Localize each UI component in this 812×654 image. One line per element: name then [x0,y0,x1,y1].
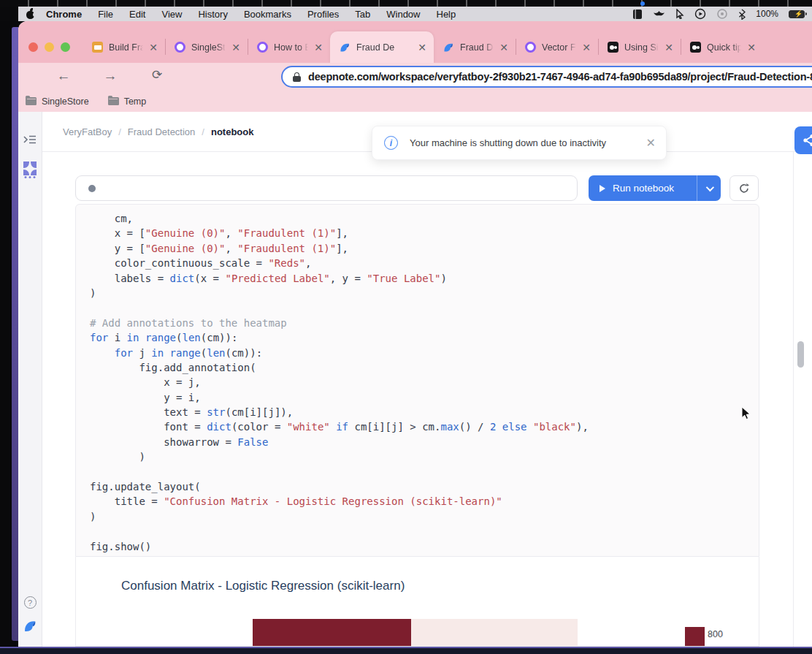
code-line: y = i, [90,390,759,405]
tab-close-icon[interactable]: ✕ [418,42,426,53]
browser-tab[interactable]: How to E✕ [248,31,330,63]
share-nodes-icon [802,133,812,148]
apple-menu-icon[interactable] [26,9,36,19]
run-options-caret[interactable] [697,186,721,191]
dimmed-status-icon[interactable] [716,8,728,20]
play-status-icon[interactable] [694,8,706,20]
help-icon[interactable]: ? [24,596,37,609]
browser-tab[interactable]: Fraud De✕ [330,31,434,63]
scrollbar-thumb[interactable] [797,341,804,368]
bookmark-label: SingleStore [42,96,89,107]
notebook-cell: Run notebook cm, x = ["Genuine (0)", "Fr… [75,175,759,647]
reload-button[interactable]: ⟳ [147,69,167,81]
collapse-sidebar-icon[interactable] [23,134,37,148]
play-icon [600,185,605,192]
tab-close-icon[interactable]: ✕ [149,42,158,53]
workspace-logo-icon[interactable] [21,160,39,182]
toast-message: Your machine is shutting down due to ina… [410,137,640,148]
bartender-bat-icon[interactable] [653,9,665,19]
menubar-item-edit[interactable]: Edit [129,9,145,20]
code-line: x = ["Genuine (0)", "Fraudulent (1)"], [90,226,759,240]
bluetooth-icon[interactable] [738,9,746,20]
browser-tab[interactable]: SingleSt✕ [166,31,248,63]
close-window-button[interactable] [28,42,38,52]
code-line: text = str(cm[i][j]), [90,405,759,419]
tab-label: Fraud De [460,42,494,53]
refresh-icon [738,183,750,194]
tab-close-icon[interactable]: ✕ [664,42,673,53]
run-notebook-button[interactable]: Run notebook [589,175,721,201]
menubar-item-file[interactable]: File [98,9,113,20]
code-line: fig.add_annotation( [90,360,759,375]
tab-label: SingleSt [191,42,226,53]
video-progress-strip [0,0,812,7]
menubar-item-profiles[interactable]: Profiles [307,9,339,20]
bookmark-item[interactable]: Temp [108,96,147,107]
tab-close-icon[interactable]: ✕ [747,42,756,53]
share-button[interactable] [794,126,812,154]
battery-icon[interactable]: ⚡ [789,10,805,18]
browser-tab[interactable]: Quick tip✕ [681,31,763,63]
ssl-lock-icon[interactable] [293,72,301,82]
code-line: ) [90,286,759,300]
breadcrumb-item[interactable]: VeryFatBoy [63,126,112,137]
code-line [90,300,759,315]
forward-button[interactable]: → [100,69,120,83]
cell-prompt-input[interactable] [75,175,578,201]
minimize-window-button[interactable] [45,42,54,52]
back-button[interactable]: ← [53,69,74,83]
code-line: x = j, [90,375,759,389]
menubar-status-area: 100% ⚡ [632,8,805,20]
zoom-window-button[interactable] [61,42,70,52]
code-editor[interactable]: cm, x = ["Genuine (0)", "Fraudulent (1)"… [75,204,759,557]
code-line: cm, [90,211,759,226]
reading-list-icon[interactable] [632,9,643,20]
menubar-item-window[interactable]: Window [386,9,420,20]
ring-purple-favicon [525,42,536,53]
deepnote-favicon [443,42,454,53]
browser-tab[interactable]: Fraud De✕ [434,31,516,63]
code-content: cm, x = ["Genuine (0)", "Fraudulent (1)"… [76,205,759,554]
bookmark-label: Temp [124,96,147,107]
refresh-button[interactable] [729,175,759,201]
browser-tab[interactable]: Build Fra✕ [83,31,165,63]
tab-label: Vector F [542,42,576,53]
tab-label: Build Fra [109,42,143,53]
breadcrumb-item[interactable]: Fraud Detection [128,126,196,137]
tab-strip: Build Fra✕SingleSt✕How to E✕Fraud De✕Fra… [18,21,812,63]
browser-tab[interactable]: Vector F✕ [516,31,598,63]
tab-close-icon[interactable]: ✕ [582,42,591,53]
bookmark-item[interactable]: SingleStore [26,96,89,107]
mouse-cursor [741,406,753,421]
menubar-item-bookmarks[interactable]: Bookmarks [244,9,291,20]
menubar-item-view[interactable]: View [161,9,182,20]
toast-close-icon[interactable]: ✕ [640,136,656,150]
doc-yellow-favicon [92,42,103,53]
heatmap-cell-light [411,619,578,647]
menubar-item-help[interactable]: Help [437,9,456,20]
browser-tabs: Build Fra✕SingleSt✕How to E✕Fraud De✕Fra… [83,21,812,63]
code-line: for i in range(len(cm)): [90,330,759,345]
colorbar-tick-label: 800 [708,629,723,639]
tab-close-icon[interactable]: ✕ [499,42,508,53]
menubar-app-name[interactable]: Chrome [46,9,82,20]
address-bar[interactable]: deepnote.com/workspace/veryfatboy-2f930b… [281,66,812,88]
inactivity-toast: i Your machine is shutting down due to i… [372,126,667,160]
chevron-down-icon [706,183,714,191]
ring-purple-favicon [257,42,268,53]
window-controls [28,31,70,63]
colorbar-segment [685,627,705,647]
browser-tab[interactable]: Using Si✕ [599,31,681,63]
deepnote-logo-icon[interactable] [23,619,37,636]
code-line: for j in range(len(cm)): [90,346,759,360]
folder-icon [108,97,119,105]
pointer-status-icon[interactable] [675,9,684,19]
code-line: ) [90,449,759,464]
menubar-item-history[interactable]: History [198,9,227,20]
code-line: fig.show() [90,539,759,554]
tab-close-icon[interactable]: ✕ [314,42,323,53]
menubar-item-tab[interactable]: Tab [355,9,370,20]
tab-close-icon[interactable]: ✕ [231,42,240,53]
code-line: font = dict(color = "white" if cm[i][j] … [90,419,759,434]
code-line: labels = dict(x = "Predicted Label", y =… [90,271,759,286]
